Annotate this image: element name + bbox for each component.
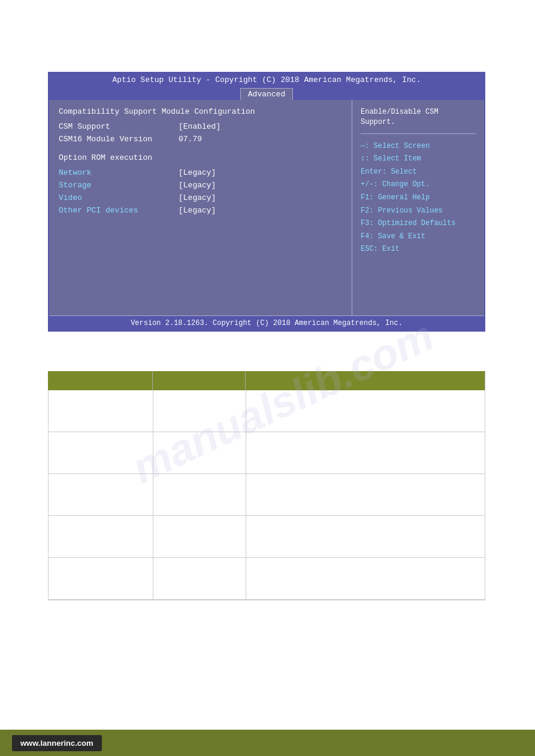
other-pci-label: Other PCI devices [59, 206, 179, 215]
network-label: Network [59, 168, 179, 177]
key-change-opt: +/-: Change Opt. [361, 178, 476, 192]
table-header [48, 371, 485, 390]
table-cell [49, 390, 153, 432]
key-f2: F2: Previous Values [361, 205, 476, 218]
keyboard-shortcuts: ↔: Select Screen ↕: Select Item Enter: S… [361, 140, 476, 256]
csm16-version-row: CSM16 Module Version 07.79 [59, 135, 342, 144]
table-cell [153, 474, 246, 515]
table-header-col3 [246, 371, 485, 390]
other-pci-value[interactable]: [Legacy] [179, 206, 216, 215]
key-f4: F4: Save & Exit [361, 230, 476, 244]
network-value[interactable]: [Legacy] [179, 168, 216, 177]
help-divider [361, 133, 476, 134]
table-cell [246, 474, 485, 515]
company-logo: www.lannerinc.com [12, 735, 102, 751]
table-body [48, 390, 485, 600]
option-rom-title: Option ROM execution [59, 153, 342, 162]
table-row [49, 432, 485, 474]
network-row: Network [Legacy] [59, 168, 342, 177]
bios-tab-bar: Advanced [49, 87, 484, 100]
section-title: Compatibility Support Module Configurati… [59, 107, 342, 116]
table-row [49, 558, 485, 600]
table-cell [246, 558, 485, 599]
table-cell [49, 474, 153, 515]
key-select-screen: ↔: Select Screen [361, 140, 476, 153]
csm-support-row: CSM Support [Enabled] [59, 122, 342, 131]
table-row [49, 516, 485, 558]
table-container [48, 371, 485, 600]
table-cell [153, 390, 246, 432]
storage-label: Storage [59, 181, 179, 190]
key-f1: F1: General Help [361, 192, 476, 205]
csm16-version-value: 07.79 [179, 135, 202, 144]
key-f3: F3: Optimized Defaults [361, 217, 476, 230]
bottom-bar: www.lannerinc.com [0, 730, 535, 756]
storage-row: Storage [Legacy] [59, 181, 342, 190]
table-cell [49, 432, 153, 473]
table-cell [246, 432, 485, 473]
video-row: Video [Legacy] [59, 193, 342, 202]
table-header-col1 [48, 371, 153, 390]
csm-support-label: CSM Support [59, 122, 179, 131]
table-cell [246, 390, 485, 432]
key-esc: ESC: Exit [361, 243, 476, 256]
table-row [49, 474, 485, 516]
bios-right-panel: Enable/Disable CSM Support. ↔: Select Sc… [352, 100, 484, 315]
video-label: Video [59, 193, 179, 202]
table-row [49, 390, 485, 432]
help-text: Enable/Disable CSM Support. [361, 107, 476, 127]
bios-screen: Aptio Setup Utility - Copyright (C) 2018… [48, 72, 485, 332]
tab-advanced[interactable]: Advanced [240, 88, 293, 100]
bios-left-panel: Compatibility Support Module Configurati… [49, 100, 352, 315]
key-select-item: ↕: Select Item [361, 153, 476, 166]
bios-main-content: Compatibility Support Module Configurati… [49, 100, 484, 315]
other-pci-row: Other PCI devices [Legacy] [59, 206, 342, 215]
table-header-col2 [153, 371, 246, 390]
bios-title: Aptio Setup Utility - Copyright (C) 2018… [49, 73, 484, 87]
video-value[interactable]: [Legacy] [179, 193, 216, 202]
bios-footer: Version 2.18.1263. Copyright (C) 2018 Am… [49, 315, 484, 330]
key-enter: Enter: Select [361, 166, 476, 179]
table-cell [153, 432, 246, 473]
csm16-version-label: CSM16 Module Version [59, 135, 179, 144]
csm-support-value[interactable]: [Enabled] [179, 122, 220, 131]
divider-1 [59, 147, 342, 153]
storage-value[interactable]: [Legacy] [179, 181, 216, 190]
table-cell [49, 558, 153, 599]
table-cell [246, 516, 485, 557]
table-cell [49, 516, 153, 557]
table-cell [153, 558, 246, 599]
table-cell [153, 516, 246, 557]
